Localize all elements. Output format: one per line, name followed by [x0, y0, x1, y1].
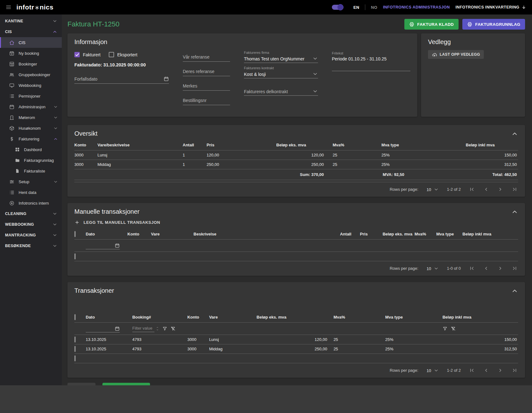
faktura-kladd-button[interactable]: FAKTURA KLADD	[404, 19, 459, 30]
apply-filter-button[interactable]	[442, 326, 448, 331]
eksportert-checkbox[interactable]: Eksportert	[109, 52, 137, 57]
fakturagrunnlag-button[interactable]: FAKTURAGRUNNLAG	[462, 19, 525, 30]
betal-med-kort-button[interactable]: BETAL MED KORT	[102, 383, 150, 385]
lang-en[interactable]: EN	[353, 5, 359, 10]
sidebar-item-dashbord[interactable]: Dashbord	[0, 144, 62, 155]
sidebar-item-fakturering[interactable]: Fakturering	[0, 133, 62, 144]
table-row[interactable]: 13.10.2025 4793 3000 Middag 250,00 25 25…	[74, 344, 518, 354]
sidebar-item-gruppebookinger[interactable]: Gruppebookinger	[0, 69, 62, 80]
sidebar-item-infotronics-intern[interactable]: Infotronics intern	[0, 198, 62, 208]
sidebar-section-besokende[interactable]: BESØKENDE	[0, 240, 62, 251]
total-value: Total: 462,50	[466, 169, 518, 180]
date-filter-field[interactable]	[86, 242, 120, 249]
column-header: Beskrivelse	[194, 229, 340, 240]
nav-innkvartering[interactable]: INFOTRONICS INNKVARTERING	[455, 5, 526, 10]
previous-page-button[interactable]	[483, 367, 489, 373]
sidebar-item-cis[interactable]: CIS	[0, 37, 62, 48]
faktureres-kontrakt-caption: Faktureres kontrakt	[244, 66, 318, 70]
clear-filter-button[interactable]	[171, 326, 176, 331]
fakturert-checkbox[interactable]: Fakturert	[74, 52, 101, 57]
last-page-button[interactable]	[512, 367, 518, 373]
menu-icon[interactable]	[6, 4, 11, 10]
section-label: MANTRACKING	[5, 233, 36, 237]
table-row[interactable]: 3000 Middag 1 250,00 250,00 25 25% 312,5…	[74, 160, 518, 169]
calendar-icon[interactable]	[164, 76, 169, 82]
sidebar-item-moterom[interactable]: Møterom	[0, 112, 62, 123]
merkes-field[interactable]: Merkes	[183, 83, 230, 91]
deres-referanse-field[interactable]: Deres referanse	[183, 69, 230, 76]
sidebar-item-webbooking[interactable]: Webbooking	[0, 80, 62, 91]
sidebar-item-hent-data[interactable]: Hent data	[0, 187, 62, 198]
sidebar-item-administrasjon[interactable]: Administrasjon	[0, 101, 62, 112]
clear-filter-button[interactable]	[451, 326, 456, 331]
previous-page-button[interactable]	[483, 186, 489, 192]
legg-til-manuell-transaksjon-button[interactable]: LEGG TIL MANUELL TRANSAKSJON	[74, 220, 160, 225]
collapse-button[interactable]	[511, 130, 518, 137]
first-page-button[interactable]	[469, 186, 475, 192]
faktureres-kontrakt-select[interactable]: Kost & losji	[244, 71, 318, 78]
sidebar-item-setup[interactable]: Setup	[0, 176, 62, 187]
last-page-button[interactable]	[512, 265, 518, 271]
first-page-button[interactable]	[469, 367, 475, 373]
next-page-button[interactable]	[497, 265, 503, 271]
cell: 4793	[132, 335, 188, 344]
tilbake-button[interactable]: TILBAKE	[67, 383, 95, 385]
sidebar-item-husokonom[interactable]: Husøkonom	[0, 123, 62, 133]
calendar-icon[interactable]	[115, 326, 120, 331]
rows-per-page-select[interactable]: 10	[426, 368, 438, 373]
select-all-checkbox[interactable]	[74, 314, 76, 320]
sidebar-item-permisjoner[interactable]: Permisjoner	[0, 91, 62, 101]
date-filter-field[interactable]	[86, 325, 120, 332]
select-all-checkbox[interactable]	[74, 231, 76, 237]
first-page-button[interactable]	[469, 265, 475, 271]
rows-per-page-select[interactable]: 10	[426, 187, 438, 192]
collapse-button[interactable]	[511, 287, 518, 294]
sidebar-item-fakturagrunnlag[interactable]: Fakturagrunnlag	[0, 155, 62, 166]
row-checkbox[interactable]	[74, 337, 76, 342]
sidebar-section-cis[interactable]: CIS	[0, 26, 62, 37]
file-icon	[15, 168, 20, 173]
bestillingsnr-field[interactable]: Bestillingsnr	[183, 98, 230, 105]
cell: 250,00	[276, 160, 325, 169]
column-header: Antall	[183, 140, 207, 150]
vedlegg-title: Vedlegg	[428, 38, 518, 46]
var-referanse-field[interactable]: Vår referanse	[183, 54, 230, 62]
nav-administrasjon[interactable]: INFOTRONICS ADMINISTRASJON	[383, 5, 450, 9]
number-stepper[interactable]	[156, 326, 159, 331]
dark-mode-toggle[interactable]	[332, 5, 343, 10]
collapse-button[interactable]	[511, 208, 518, 215]
next-page-button[interactable]	[497, 367, 503, 373]
column-header: Mva type	[381, 140, 466, 150]
fritekst-underline	[332, 71, 410, 71]
forfallsdato-field[interactable]: Forfallsdato	[74, 76, 169, 84]
sidebar-section-webbooking[interactable]: WEBBOOKING	[0, 219, 62, 230]
sidebar-section-mantracking[interactable]: MANTRACKING	[0, 230, 62, 240]
row-checkbox[interactable]	[74, 346, 76, 352]
faktureres-delkontrakt-select[interactable]: Faktureres delkontrakt	[244, 88, 318, 96]
sidebar-item-fakturaliste[interactable]: Fakturaliste	[0, 166, 62, 176]
previous-page-button[interactable]	[483, 265, 489, 271]
table-row[interactable]: 3000 Lunsj 1 120,00 120,00 25 25% 150,00	[74, 150, 518, 160]
apply-filter-button[interactable]	[162, 326, 167, 331]
faktureres-firma-select[interactable]: Thomas Test uten OrgNummer	[244, 56, 318, 63]
rows-per-page-select[interactable]: 10	[426, 266, 438, 271]
sidebar-item-ny-booking[interactable]: Ny booking	[0, 48, 62, 59]
sidebar-item-bookinger[interactable]: Bookinger	[0, 59, 62, 69]
main-content: Faktura HT-1250 FAKTURA KLADD FAKTURAGRU…	[62, 14, 532, 385]
sidebar-section-kantine[interactable]: KANTINE	[0, 16, 62, 26]
rows-per-page-label: Rows per page:	[390, 368, 418, 373]
fritekst-field[interactable]: Periode 01.10.25 - 31.10.25	[332, 56, 410, 61]
table-row[interactable]: 13.10.2025 4793 3000 Lunsj 120,00 25 25%…	[74, 335, 518, 344]
calendar-icon[interactable]	[115, 243, 120, 248]
row-checkbox[interactable]	[74, 355, 76, 361]
previous-page-icon	[483, 367, 489, 373]
sidebar-section-cleaning[interactable]: CLEANING	[0, 208, 62, 219]
next-page-button[interactable]	[497, 186, 503, 192]
last-page-button[interactable]	[512, 186, 518, 192]
last-opp-vedlegg-button[interactable]: LAST OPP VEDLEGG	[428, 50, 484, 59]
topbar: infotr nics EN NO INFOTRONICS ADMINISTRA…	[0, 0, 532, 14]
row-checkbox[interactable]	[74, 253, 76, 259]
booking-filter-input[interactable]	[132, 325, 154, 332]
lang-no[interactable]: NO	[371, 5, 377, 10]
chevron-up-icon	[52, 29, 57, 34]
